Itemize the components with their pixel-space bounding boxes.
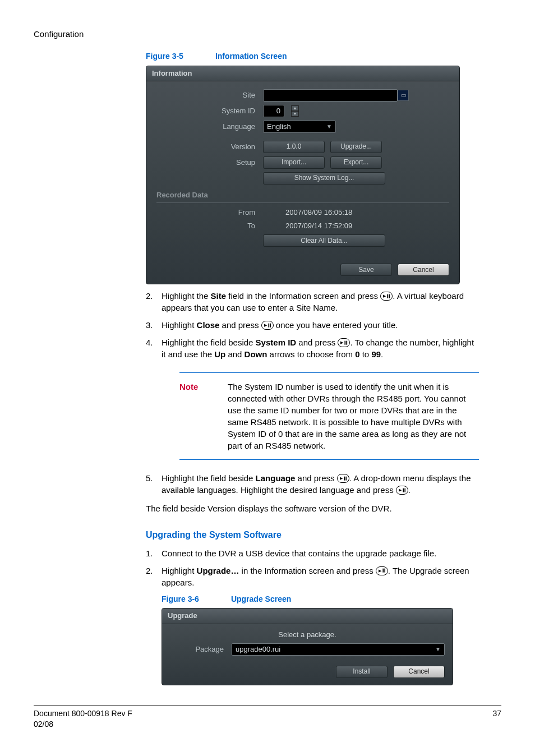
save-button-label: Save [358, 265, 373, 275]
to-value: 2007/09/14 17:52:09 [285, 221, 352, 231]
upgrade-panel: Upgrade Select a package. Package upgrad… [162, 608, 453, 685]
from-value: 2007/08/09 16:05:18 [285, 208, 352, 218]
package-value: upgrade00.rui [236, 644, 280, 654]
step-text: Highlight the field beside Language and … [162, 472, 479, 496]
upgrade-panel-title: Upgrade [162, 609, 453, 624]
show-system-log-button[interactable]: Show System Log... [263, 172, 385, 185]
upgrade-step-1: 1. Connect to the DVR a USB device that … [146, 547, 479, 559]
step-4: 4. Highlight the field beside System ID … [146, 336, 479, 360]
step-num: 3. [146, 319, 162, 331]
version-display: 1.0.0 [263, 141, 325, 153]
upgrade-cancel-button[interactable]: Cancel [393, 666, 445, 678]
page-number: 37 [492, 708, 501, 730]
install-button[interactable]: Install [336, 666, 388, 678]
figure-3-6-title: Upgrade Screen [231, 594, 291, 603]
information-panel: Information Site ▭ System ID 0 [146, 66, 460, 285]
virtual-keyboard-button[interactable]: ▭ [398, 90, 409, 101]
clear-all-data-button[interactable]: Clear All Data... [263, 234, 385, 247]
play-pause-icon [396, 486, 408, 495]
step-3: 3. Highlight Close and press once you ha… [146, 319, 479, 331]
upgrade-button[interactable]: Upgrade... [330, 141, 382, 153]
label-version: Version [156, 142, 263, 152]
step-text: Highlight the field beside System ID and… [162, 336, 479, 360]
chevron-down-icon[interactable]: ▼ [291, 111, 299, 117]
system-id-spinner[interactable]: ▲ ▼ [291, 105, 299, 117]
save-button[interactable]: Save [340, 264, 392, 276]
label-to: To [156, 221, 263, 231]
step-text: Highlight the Site field in the Informat… [162, 290, 479, 314]
version-value: 1.0.0 [287, 142, 302, 151]
footer-date: 02/08 [34, 719, 132, 730]
clear-all-label: Clear All Data... [301, 236, 347, 246]
note-text: The System ID number is used to identify… [228, 381, 479, 451]
system-id-field[interactable]: 0 [263, 105, 284, 117]
step-num: 5. [146, 472, 162, 496]
play-pause-icon [376, 566, 388, 575]
step-num: 4. [146, 336, 162, 360]
steps-list: 2. Highlight the Site field in the Infor… [146, 290, 479, 360]
step-5: 5. Highlight the field beside Language a… [146, 472, 479, 496]
figure-3-5-title: Information Screen [215, 52, 287, 61]
recorded-data-heading: Recorded Data [156, 190, 449, 200]
chevron-up-icon[interactable]: ▲ [291, 105, 299, 111]
page-footer: Document 800-00918 Rev F 02/08 37 [34, 706, 501, 730]
label-setup: Setup [156, 158, 263, 168]
cancel-button[interactable]: Cancel [398, 264, 449, 276]
figure-3-5-caption: Figure 3-5 Information Screen [146, 51, 479, 62]
play-pause-icon [337, 474, 349, 483]
language-dropdown[interactable]: English ▼ [263, 121, 336, 133]
label-from: From [156, 208, 263, 218]
export-button[interactable]: Export... [330, 156, 382, 169]
language-value: English [267, 122, 291, 132]
import-button-label: Import... [282, 158, 306, 167]
upgrade-step-2: 2. Highlight Upgrade… in the Information… [146, 565, 479, 588]
label-system-id: System ID [156, 106, 263, 116]
figure-3-6-number: Figure 3-6 [162, 594, 229, 605]
header-section: Configuration [34, 29, 84, 39]
play-pause-icon [380, 292, 393, 301]
install-button-label: Install [353, 667, 370, 676]
figure-3-5-number: Figure 3-5 [146, 51, 213, 62]
keyboard-icon: ▭ [401, 91, 406, 99]
import-button[interactable]: Import... [263, 156, 325, 169]
label-language: Language [156, 122, 263, 132]
system-id-value: 0 [276, 106, 280, 116]
upgrade-prompt: Select a package. [170, 630, 445, 640]
footer-doc-id: Document 800-00918 Rev F [34, 708, 132, 720]
step-2: 2. Highlight the Site field in the Infor… [146, 290, 479, 314]
figure-3-6-caption: Figure 3-6 Upgrade Screen [162, 594, 479, 605]
step-num: 1. [146, 547, 162, 559]
chevron-down-icon: ▼ [435, 646, 441, 653]
export-button-label: Export... [344, 158, 369, 167]
upgrade-button-label: Upgrade... [340, 142, 372, 151]
upgrade-steps: 1. Connect to the DVR a USB device that … [146, 547, 479, 588]
step-num: 2. [146, 565, 162, 588]
note-block: Note The System ID number is used to ide… [179, 372, 479, 460]
package-dropdown[interactable]: upgrade00.rui ▼ [232, 643, 445, 656]
page-header: Configuration [34, 28, 501, 40]
play-pause-icon [338, 338, 350, 347]
chevron-down-icon: ▼ [326, 123, 332, 131]
step-text: Connect to the DVR a USB device that con… [162, 547, 479, 559]
show-log-label: Show System Log... [294, 173, 354, 183]
label-package: Package [170, 644, 232, 654]
play-pause-icon [261, 321, 274, 330]
panel-title: Information [146, 66, 459, 81]
paragraph-version: The field beside Version displays the so… [146, 503, 479, 514]
steps-list-b: 5. Highlight the field beside Language a… [146, 472, 479, 496]
cancel-button-label: Cancel [408, 667, 429, 676]
step-text: Highlight Close and press once you have … [162, 319, 479, 331]
note-label: Note [179, 381, 228, 451]
step-text: Highlight Upgrade… in the Information sc… [162, 565, 479, 588]
label-site: Site [156, 90, 263, 100]
cancel-button-label: Cancel [413, 265, 433, 275]
step-num: 2. [146, 290, 162, 314]
site-field[interactable] [263, 89, 398, 102]
divider [156, 202, 449, 203]
upgrade-heading: Upgrading the System Software [146, 529, 479, 541]
